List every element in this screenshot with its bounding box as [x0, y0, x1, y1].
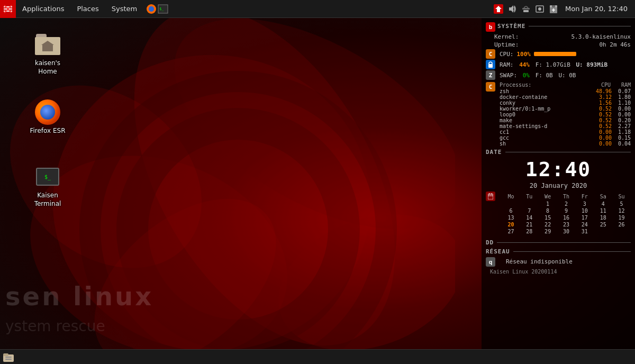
cal-day-cell: 19 — [612, 214, 631, 221]
date-section-title: DATE — [486, 149, 631, 156]
taskbar: Applications Places System $_ — [0, 0, 635, 18]
svg-rect-22 — [523, 10, 529, 12]
ram-label: RAM: — [500, 61, 514, 68]
firefox-label: Firefox ESR — [30, 127, 65, 135]
swap-f: F: 0B — [536, 72, 553, 79]
proc-row: docker-containe3.121.80 — [500, 94, 631, 100]
ram-f: F: 1.07GiB — [536, 61, 570, 68]
systeme-icon: b — [486, 22, 495, 32]
cal-day-cell: 17 — [575, 214, 594, 221]
package-icon[interactable] — [548, 4, 559, 14]
cpu-bar-fill — [534, 52, 576, 56]
swap-icon: Z — [486, 70, 495, 80]
svg-rect-38 — [5, 357, 12, 358]
proc-row: zsh48.960.07 — [500, 88, 631, 94]
proc-row: kworker/0:1-mm_p0.520.00 — [500, 106, 631, 112]
kernel-value: 5.3.0-kaisenlinux — [571, 33, 631, 40]
process-list: zsh48.960.07docker-containe3.121.80conky… — [500, 88, 631, 147]
network-status: Réseau indisponible — [497, 258, 573, 265]
proc-row: mate-settings-d0.522.27 — [500, 123, 631, 129]
tray-special-icon[interactable] — [493, 4, 504, 14]
proc-row: gcc0.000.15 — [500, 135, 631, 141]
cal-day-cell: 7 — [520, 207, 539, 214]
terminal-label: Kaisen Terminal — [27, 192, 68, 208]
cal-day-cell: 29 — [539, 228, 557, 235]
clock[interactable]: Mon Jan 20, 12:40 — [562, 5, 631, 13]
proc-col-ram: RAM — [621, 82, 631, 88]
systeme-section-title: SYSTÈME — [497, 23, 631, 30]
cal-day-cell: 27 — [502, 228, 520, 235]
calendar-icon — [486, 192, 495, 201]
svg-point-25 — [538, 7, 541, 11]
cal-day-header: We — [539, 194, 557, 199]
home-folder-icon[interactable]: kaisen's Home — [24, 29, 71, 79]
system-menu[interactable]: System — [105, 0, 143, 17]
cal-day-cell: 31 — [575, 228, 594, 235]
svg-rect-28 — [552, 5, 555, 7]
cal-day-cell: 20 — [502, 221, 520, 228]
kaisen-logo-button[interactable] — [0, 0, 16, 18]
firefox-image — [35, 99, 60, 125]
taskbar-right: Mon Jan 20, 12:40 — [489, 0, 635, 17]
terminal-icon[interactable]: $_ Kaisen Terminal — [24, 161, 71, 211]
cal-day-cell: 8 — [539, 207, 557, 214]
files-manager-button[interactable] — [2, 351, 15, 363]
conky-clock: 12:40 20 January 2020 — [486, 158, 631, 189]
dd-section-title: DD — [486, 239, 631, 246]
cal-day-header: Su — [612, 194, 631, 199]
proc-row: make0.520.20 — [500, 117, 631, 123]
cal-day-header: Fr — [575, 194, 594, 199]
cal-day-cell: 3 — [575, 201, 594, 207]
processus-icon: C — [486, 82, 495, 92]
cal-day-cell: 1 — [539, 201, 557, 207]
proc-row: sh0.000.04 — [500, 141, 631, 147]
cpu-label: CPU: — [500, 51, 514, 58]
svg-point-16 — [149, 6, 154, 12]
speaker-icon[interactable] — [507, 4, 518, 14]
terminal-quicklaunch[interactable]: $_ — [157, 3, 169, 15]
proc-col-cpu: CPU — [601, 82, 611, 88]
network-status-icon: q — [486, 257, 495, 267]
proc-row: conky1.561.10 — [500, 100, 631, 106]
cal-day-cell: 11 — [594, 207, 612, 214]
svg-rect-39 — [5, 359, 12, 360]
firefox-icon[interactable]: Firefox ESR — [24, 96, 71, 139]
uptime-value: 0h 2m 46s — [599, 41, 631, 48]
swap-label: SWAP: — [500, 72, 517, 79]
home-folder-image — [35, 32, 60, 57]
cal-day-cell: 25 — [594, 221, 612, 228]
cal-day-cell — [502, 201, 520, 207]
processus-title: Processus: — [500, 82, 531, 88]
firefox-quicklaunch[interactable] — [146, 3, 157, 15]
cal-day-cell: 16 — [557, 214, 576, 221]
cal-day-cell: 14 — [520, 214, 539, 221]
cal-day-cell: 2 — [557, 201, 576, 207]
network-icon[interactable] — [521, 4, 531, 14]
kernel-label: Kernel: — [494, 33, 519, 40]
cal-day-header: Mo — [502, 194, 520, 199]
cal-day-cell — [520, 201, 539, 207]
desktop-area: kaisen's Home Firefox ESR $_ Kaisen Term… — [0, 18, 455, 349]
proc-row: loop00.520.00 — [500, 112, 631, 117]
screenshot-icon[interactable] — [534, 4, 545, 14]
cal-day-cell: 28 — [520, 228, 539, 235]
cal-day-cell: 23 — [557, 221, 576, 228]
svg-rect-31 — [488, 64, 493, 68]
applications-menu[interactable]: Applications — [16, 0, 70, 17]
swap-value: 0% — [523, 72, 530, 79]
ram-icon — [486, 60, 495, 69]
reseau-section-title: RÉSEAU — [486, 248, 631, 255]
kernel-row: Kernel: 5.3.0-kaisenlinux — [486, 33, 631, 40]
cal-day-cell: 13 — [502, 214, 520, 221]
cal-day-cell: 4 — [594, 201, 612, 207]
cal-day-header: Sa — [594, 194, 612, 199]
conky-date: 20 January 2020 — [486, 182, 631, 189]
conky-time: 12:40 — [486, 158, 631, 181]
svg-marker-21 — [509, 5, 513, 13]
cal-day-cell: 5 — [612, 201, 631, 207]
places-menu[interactable]: Places — [70, 0, 105, 17]
conky-panel: b SYSTÈME Kernel: 5.3.0-kaisenlinux Upti… — [482, 18, 635, 349]
cpu-value: 100% — [517, 51, 531, 58]
svg-rect-32 — [488, 194, 493, 199]
cal-day-cell — [612, 228, 631, 235]
